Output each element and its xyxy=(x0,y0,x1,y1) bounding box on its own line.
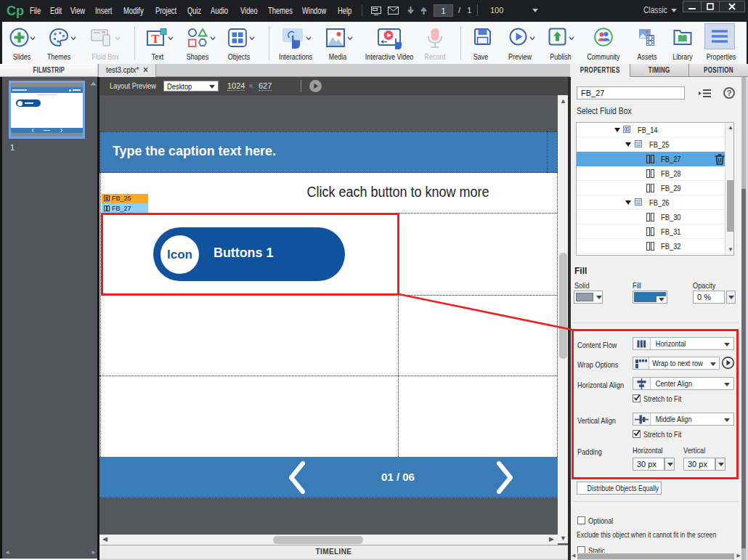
svg-text:T: T xyxy=(151,32,160,46)
